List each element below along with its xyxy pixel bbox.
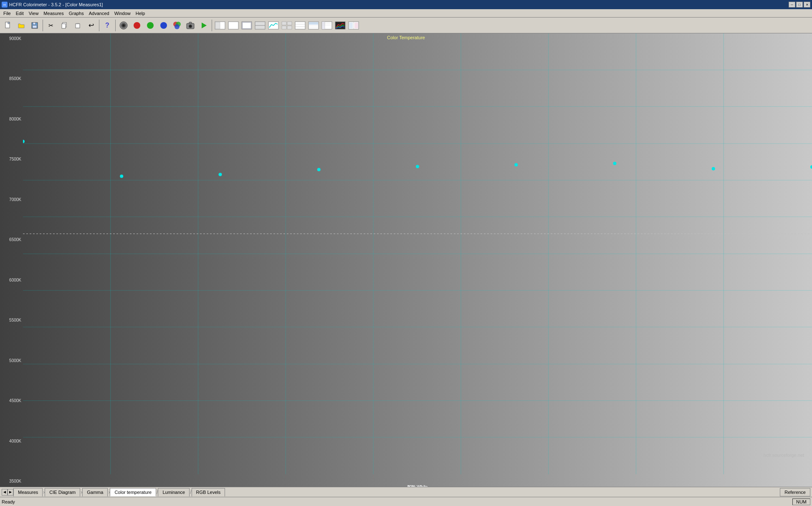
- menu-window[interactable]: Window: [112, 10, 133, 17]
- svg-point-10: [122, 24, 125, 27]
- svg-rect-47: [349, 23, 353, 28]
- toolbar: ✂ ↩ ?: [0, 18, 812, 33]
- svg-point-11: [134, 22, 140, 29]
- toolbar-sep-3: [115, 20, 116, 31]
- color-all-btn[interactable]: [171, 19, 183, 32]
- menu-measures[interactable]: Measures: [41, 10, 66, 17]
- svg-rect-32: [287, 26, 292, 29]
- camera-btn[interactable]: [184, 19, 197, 32]
- paste-button[interactable]: [71, 19, 84, 32]
- y-label-7000: 7000K: [0, 198, 23, 202]
- save-button[interactable]: [28, 19, 41, 32]
- svg-rect-41: [322, 22, 325, 29]
- open-button[interactable]: [15, 19, 28, 32]
- svg-point-12: [147, 22, 154, 29]
- svg-point-69: [23, 140, 25, 143]
- svg-marker-20: [202, 23, 207, 28]
- copy-button[interactable]: [58, 19, 71, 32]
- window-controls: ─ □ ✕: [789, 2, 810, 8]
- tab-prev-btn[interactable]: ◀: [2, 489, 8, 496]
- svg-rect-3: [33, 25, 37, 28]
- svg-rect-23: [228, 22, 238, 29]
- svg-point-13: [160, 22, 167, 29]
- svg-rect-5: [62, 24, 66, 28]
- y-label-6000: 6000K: [0, 278, 23, 282]
- view-btn-11[interactable]: [347, 19, 360, 32]
- view-btn-7[interactable]: [294, 19, 306, 32]
- menu-file[interactable]: File: [1, 10, 13, 17]
- tab-gamma[interactable]: Gamma: [82, 488, 108, 496]
- menu-view[interactable]: View: [26, 10, 41, 17]
- toolbar-sep-1: [43, 20, 43, 31]
- view-btn-4[interactable]: [254, 19, 266, 32]
- menu-bar: File Edit View Measures Graphs Advanced …: [0, 9, 812, 18]
- svg-point-73: [416, 165, 419, 168]
- menu-graphs[interactable]: Graphs: [66, 10, 86, 17]
- view-btn-2[interactable]: [227, 19, 240, 32]
- tab-measures[interactable]: Measures: [13, 488, 43, 496]
- svg-point-71: [219, 173, 222, 176]
- menu-help[interactable]: Help: [133, 10, 148, 17]
- app-icon: H: [2, 2, 8, 8]
- menu-advanced[interactable]: Advanced: [86, 10, 112, 17]
- svg-rect-2: [33, 23, 35, 25]
- view-btn-6[interactable]: [281, 19, 293, 32]
- toolbar-sep-2: [99, 20, 99, 31]
- tab-cie-diagram[interactable]: CIE Diagram: [45, 488, 80, 496]
- y-label-4000: 4000K: [0, 439, 23, 443]
- reference-tab[interactable]: Reference: [780, 488, 810, 496]
- svg-point-18: [189, 25, 192, 28]
- play-btn[interactable]: [197, 19, 210, 32]
- svg-rect-37: [309, 22, 318, 25]
- view-btn-9[interactable]: [321, 19, 333, 32]
- view-btn-5[interactable]: [267, 19, 280, 32]
- watermark: hcfr.sourceforge.net: [764, 453, 804, 458]
- y-label-3500: 3500K: [0, 479, 23, 483]
- x-label-90: 90% White: [407, 485, 428, 487]
- menu-edit[interactable]: Edit: [13, 10, 26, 17]
- view-btn-10[interactable]: [334, 19, 347, 32]
- svg-rect-7: [76, 24, 80, 28]
- y-label-8000: 8000K: [0, 117, 23, 121]
- svg-point-70: [120, 174, 123, 178]
- colorimeter-btn[interactable]: [117, 19, 130, 32]
- tab-rgb-levels[interactable]: RGB Levels: [192, 488, 225, 496]
- y-label-7500: 7500K: [0, 157, 23, 161]
- toolbar-sep-4: [212, 20, 212, 31]
- color-blue-btn[interactable]: [157, 19, 170, 32]
- y-label-4500: 4500K: [0, 399, 23, 403]
- tab-color-temperature[interactable]: Color temperature: [110, 488, 156, 496]
- new-button[interactable]: [2, 19, 14, 32]
- y-label-6500: 6500K: [0, 238, 23, 242]
- svg-point-74: [514, 163, 518, 166]
- status-bar: Ready NUM: [0, 497, 812, 506]
- tab-luminance[interactable]: Luminance: [158, 488, 190, 496]
- status-ready: Ready: [2, 499, 789, 504]
- undo-button[interactable]: ↩: [85, 19, 97, 32]
- maximize-button[interactable]: □: [796, 2, 803, 8]
- y-label-9000: 9000K: [0, 37, 23, 41]
- minimize-button[interactable]: ─: [789, 2, 795, 8]
- close-button[interactable]: ✕: [804, 2, 810, 8]
- svg-rect-29: [282, 22, 286, 25]
- view-btn-1[interactable]: [214, 19, 226, 32]
- help-button[interactable]: ?: [101, 19, 114, 32]
- num-indicator: NUM: [792, 498, 810, 505]
- y-label-5500: 5500K: [0, 318, 23, 322]
- svg-rect-48: [354, 23, 358, 28]
- tabs-bar: ◀ ▶ Measures › CIE Diagram › Gamma › Col…: [0, 487, 812, 497]
- svg-rect-25: [243, 23, 251, 28]
- svg-point-72: [317, 168, 321, 171]
- color-red-btn[interactable]: [131, 19, 143, 32]
- tabs-right: Reference: [780, 488, 810, 496]
- tab-next-btn[interactable]: ▶: [8, 489, 13, 496]
- view-btn-8[interactable]: [307, 19, 320, 32]
- view-btn-3[interactable]: [240, 19, 253, 32]
- y-label-5000: 5000K: [0, 359, 23, 363]
- cut-button[interactable]: ✂: [45, 19, 57, 32]
- color-green-btn[interactable]: [144, 19, 157, 32]
- svg-point-75: [613, 162, 617, 165]
- svg-rect-19: [189, 22, 192, 24]
- window-title: HCFR Colorimeter - 3.5.2 - [Color Measur…: [9, 2, 103, 7]
- y-label-8500: 8500K: [0, 77, 23, 81]
